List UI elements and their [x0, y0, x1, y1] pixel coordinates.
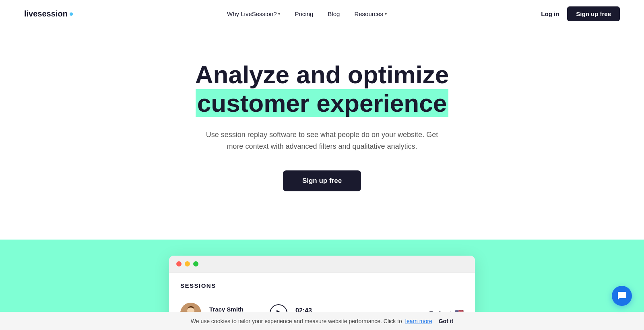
hero-title-highlight: customer experience — [196, 89, 448, 117]
chevron-down-icon: ▾ — [385, 12, 387, 16]
nav-item-pricing[interactable]: Pricing — [295, 10, 313, 17]
hero-subtitle: Use session replay software to see what … — [205, 129, 439, 153]
nav-links: Why LiveSession? ▾ Pricing Blog Resource… — [227, 10, 387, 17]
logo-dot — [70, 12, 73, 16]
chat-button[interactable] — [612, 286, 632, 306]
navbar-actions: Log in Sign up free — [541, 6, 620, 21]
signup-hero-button[interactable]: Sign up free — [283, 170, 361, 191]
hero-title: Analyze and optimize customer experience — [141, 60, 503, 118]
logo[interactable]: livesession — [24, 9, 73, 18]
window-maximize-btn — [193, 261, 198, 266]
logo-text: livesession — [24, 9, 68, 18]
chevron-down-icon: ▾ — [278, 12, 280, 16]
sessions-title: SESSIONS — [180, 282, 464, 289]
window-close-btn — [176, 261, 182, 266]
hero-section: Analyze and optimize customer experience… — [0, 28, 644, 240]
signup-nav-button[interactable]: Sign up free — [567, 6, 620, 21]
cookie-banner: We use cookies to tailor your experience… — [0, 312, 644, 330]
cookie-accept-button[interactable]: Got it — [439, 318, 454, 324]
nav-item-blog[interactable]: Blog — [328, 10, 340, 17]
cookie-text: We use cookies to tailor your experience… — [191, 318, 402, 324]
window-header — [169, 256, 475, 273]
window-minimize-btn — [185, 261, 190, 266]
navbar: livesession Why LiveSession? ▾ Pricing B… — [0, 0, 644, 28]
cookie-learn-more-link[interactable]: learn more — [405, 318, 432, 324]
chat-icon — [617, 291, 627, 301]
login-button[interactable]: Log in — [541, 10, 559, 17]
nav-item-resources[interactable]: Resources ▾ — [354, 10, 387, 17]
nav-item-why-livesession[interactable]: Why LiveSession? ▾ — [227, 10, 280, 17]
